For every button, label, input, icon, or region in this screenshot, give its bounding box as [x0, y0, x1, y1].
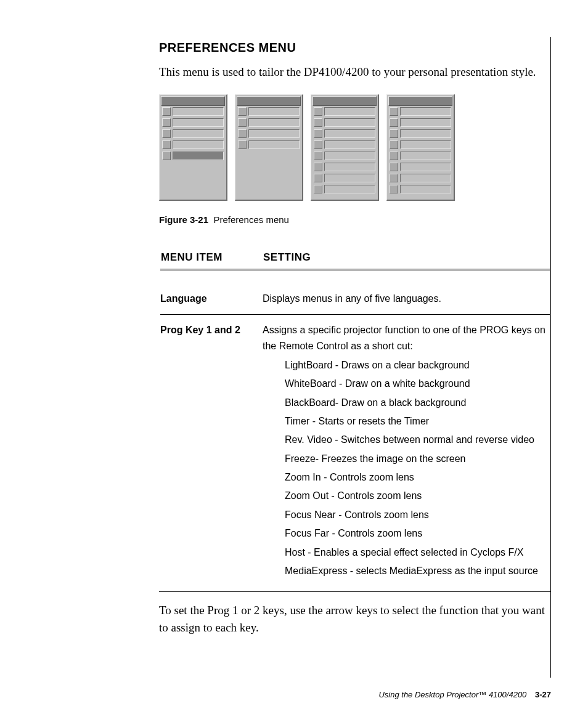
menu-row-square: [314, 129, 322, 138]
col-header-setting: SETTING: [263, 251, 550, 267]
menu-row-square: [238, 129, 247, 138]
menu-row: [314, 174, 375, 182]
menu-panel: [235, 94, 303, 201]
menu-row: [162, 118, 224, 127]
menu-row-square: [314, 118, 322, 127]
menu-row-slot: [173, 129, 224, 138]
menu-row: [314, 163, 375, 171]
menu-row-square: [238, 140, 247, 149]
menu-row-square: [390, 118, 398, 127]
page-footer: Using the Desktop Projector™ 4100/4200 3…: [378, 690, 551, 699]
setting-subitem: MediaExpress - selects MediaExpress as t…: [285, 563, 547, 579]
menu-row: [314, 129, 375, 138]
menu-panel: [159, 94, 227, 201]
menu-row-slot: [324, 129, 375, 138]
setting-subitem: Focus Far - Controls zoom lens: [285, 525, 547, 542]
menu-row-slot: [324, 163, 375, 171]
menu-row-slot: [400, 185, 451, 193]
figure-label: Figure 3-21: [159, 214, 208, 225]
menu-row: [390, 163, 451, 171]
menu-row: [390, 129, 451, 138]
setting-subitem: Host - Enables a special effect selected…: [285, 545, 547, 561]
menu-row-slot: [400, 163, 451, 171]
menu-row: [314, 140, 375, 149]
setting-subitem: Zoom In - Controls zoom lens: [285, 469, 547, 485]
figure-caption: Figure 3-21 Preferences menu: [159, 214, 551, 225]
menu-item-setting: Displays menus in any of five languages.: [263, 285, 550, 313]
menu-row-square: [314, 152, 322, 160]
menu-row-slot: [400, 107, 451, 116]
menu-row-slot: [324, 107, 375, 116]
menu-row-square: [390, 140, 398, 149]
menu-row-square: [238, 118, 247, 127]
footer-title: Using the Desktop Projector™ 4100/4200: [378, 690, 526, 699]
menu-row: [238, 118, 300, 127]
menu-row: [390, 174, 451, 182]
page: PREFERENCES MENU This menu is used to ta…: [0, 0, 588, 714]
menu-row: [390, 152, 451, 160]
intro-paragraph: This menu is used to tailor the DP4100/4…: [159, 63, 551, 81]
menu-row-square: [390, 152, 398, 160]
menu-row-slot: [400, 129, 451, 138]
menu-row: [390, 140, 451, 149]
menu-row: [162, 129, 224, 138]
menu-row-square: [390, 185, 398, 193]
menu-row: [162, 140, 224, 149]
menu-row: [238, 129, 300, 138]
menu-panel: [311, 94, 379, 201]
menu-row-slot: [248, 107, 300, 116]
menu-row: [390, 118, 451, 127]
menu-row-square: [162, 107, 171, 116]
menu-row-slot: [248, 140, 300, 149]
menu-titlebar: [388, 96, 452, 106]
setting-subitem: Freeze- Freezes the image on the screen: [285, 451, 547, 467]
menu-row: [314, 107, 375, 116]
setting-subitem: Timer - Starts or resets the Timer: [285, 413, 547, 429]
menu-row-square: [390, 174, 398, 182]
menu-row-slot: [324, 152, 375, 160]
menu-row: [314, 152, 375, 160]
setting-subitem: Rev. Video - Switches between normal and…: [285, 432, 547, 448]
menu-row-square: [238, 107, 247, 116]
menu-row-slot: [173, 140, 224, 149]
menu-row-square: [162, 118, 171, 127]
menu-row-slot: [324, 118, 375, 127]
table-bottom-rule: [159, 591, 551, 592]
menu-row: [314, 185, 375, 193]
menu-row-square: [390, 129, 398, 138]
setting-subitem: WhiteBoard - Draw on a white background: [285, 376, 547, 392]
menu-row-slot: [400, 118, 451, 127]
settings-table: MENU ITEM SETTING LanguageDisplays menus…: [159, 249, 551, 590]
menu-item-name: Prog Key 1 and 2: [160, 316, 261, 588]
col-header-item: MENU ITEM: [160, 251, 261, 267]
menu-row-slot: [324, 140, 375, 149]
menu-row-slot: [173, 107, 224, 116]
menu-row: [162, 107, 224, 116]
menu-row-slot: [400, 140, 451, 149]
footer-page-number: 3-27: [535, 690, 551, 699]
menu-row-square: [314, 185, 322, 193]
menu-row-slot: [400, 152, 451, 160]
setting-subitem: Focus Near - Controls zoom lens: [285, 507, 547, 523]
menu-panel: [386, 94, 455, 201]
menu-row-slot: [173, 118, 224, 127]
menu-row-square: [314, 140, 322, 149]
menu-row-slot: [324, 174, 375, 182]
menu-row-square: [162, 129, 171, 138]
menu-row: [238, 107, 300, 116]
menu-row-slot: [248, 118, 300, 127]
setting-sublist: LightBoard - Draws on a clear background…: [263, 357, 547, 580]
menu-row-square: [314, 107, 322, 116]
menu-row-square: [162, 152, 171, 160]
menu-row-square: [390, 107, 398, 116]
setting-subitem: BlackBoard- Draw on a black background: [285, 395, 547, 411]
menu-row-slot: [400, 174, 451, 182]
menu-row: [162, 152, 224, 160]
menu-row: [390, 185, 451, 193]
menu-row-slot: [173, 152, 224, 160]
menu-row: [314, 118, 375, 127]
menu-item-name: Language: [160, 285, 261, 313]
right-margin-rule: [550, 37, 551, 678]
menu-row-slot: [248, 129, 300, 138]
setting-subitem: LightBoard - Draws on a clear background: [285, 357, 547, 373]
